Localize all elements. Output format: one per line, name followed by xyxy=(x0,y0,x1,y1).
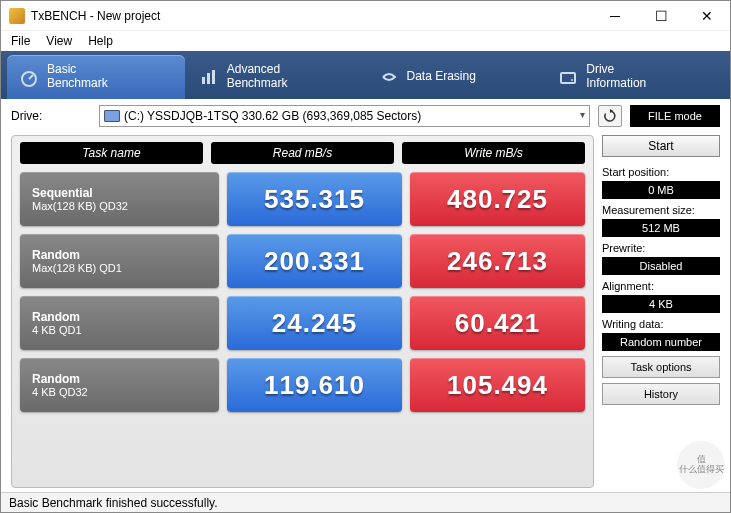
alignment-value[interactable]: 4 KB xyxy=(602,295,720,313)
tab-advanced-benchmark[interactable]: Advanced Benchmark xyxy=(187,55,365,99)
drive-selected-text: (C:) YSSDJQB-1TSQ 330.62 GB (693,369,085… xyxy=(124,109,421,123)
tab-basic-benchmark[interactable]: Basic Benchmark xyxy=(7,55,185,99)
read-value: 119.610 xyxy=(227,358,402,412)
write-value: 246.713 xyxy=(410,234,585,288)
tab-label: Data Erasing xyxy=(407,70,476,84)
task-random-128kb-qd1[interactable]: Random Max(128 KB) QD1 xyxy=(20,234,219,288)
gauge-icon xyxy=(19,67,39,87)
close-button[interactable]: ✕ xyxy=(684,1,730,31)
writing-data-value[interactable]: Random number xyxy=(602,333,720,351)
menu-view[interactable]: View xyxy=(46,34,72,48)
tab-data-erasing[interactable]: Data Erasing xyxy=(367,55,545,99)
drive-label: Drive: xyxy=(11,109,91,123)
chevron-down-icon: ▾ xyxy=(580,109,585,120)
bench-row: Random 4 KB QD32 119.610 105.494 xyxy=(20,358,585,412)
svg-rect-2 xyxy=(202,77,205,84)
menu-help[interactable]: Help xyxy=(88,34,113,48)
header-task: Task name xyxy=(20,142,203,164)
prewrite-value[interactable]: Disabled xyxy=(602,257,720,275)
task-options-button[interactable]: Task options xyxy=(602,356,720,378)
measurement-size-label: Measurement size: xyxy=(602,204,720,216)
start-position-value[interactable]: 0 MB xyxy=(602,181,720,199)
drive-icon xyxy=(558,67,578,87)
start-button[interactable]: Start xyxy=(602,135,720,157)
erase-icon xyxy=(379,67,399,87)
svg-rect-3 xyxy=(207,73,210,84)
window-title: TxBENCH - New project xyxy=(31,9,592,23)
header-write: Write mB/s xyxy=(402,142,585,164)
bench-row: Sequential Max(128 KB) QD32 535.315 480.… xyxy=(20,172,585,226)
menu-file[interactable]: File xyxy=(11,34,30,48)
task-sequential-qd32[interactable]: Sequential Max(128 KB) QD32 xyxy=(20,172,219,226)
tab-drive-information[interactable]: Drive Information xyxy=(546,55,724,99)
svg-point-6 xyxy=(571,79,573,81)
drive-select[interactable]: (C:) YSSDJQB-1TSQ 330.62 GB (693,369,085… xyxy=(99,105,590,127)
prewrite-label: Prewrite: xyxy=(602,242,720,254)
tab-label: Drive Information xyxy=(586,63,646,91)
write-value: 480.725 xyxy=(410,172,585,226)
read-value: 24.245 xyxy=(227,296,402,350)
read-value: 535.315 xyxy=(227,172,402,226)
benchmark-panel: Task name Read mB/s Write mB/s Sequentia… xyxy=(11,135,594,488)
task-random-4kb-qd32[interactable]: Random 4 KB QD32 xyxy=(20,358,219,412)
file-mode-button[interactable]: FILE mode xyxy=(630,105,720,127)
read-value: 200.331 xyxy=(227,234,402,288)
minimize-button[interactable]: ─ xyxy=(592,1,638,31)
svg-rect-4 xyxy=(212,70,215,84)
bench-row: Random 4 KB QD1 24.245 60.421 xyxy=(20,296,585,350)
bars-icon xyxy=(199,67,219,87)
alignment-label: Alignment: xyxy=(602,280,720,292)
app-icon xyxy=(9,8,25,24)
refresh-icon xyxy=(603,109,617,123)
write-value: 105.494 xyxy=(410,358,585,412)
maximize-button[interactable]: ☐ xyxy=(638,1,684,31)
header-read: Read mB/s xyxy=(211,142,394,164)
bench-row: Random Max(128 KB) QD1 200.331 246.713 xyxy=(20,234,585,288)
write-value: 60.421 xyxy=(410,296,585,350)
status-text: Basic Benchmark finished successfully. xyxy=(9,496,218,510)
start-position-label: Start position: xyxy=(602,166,720,178)
task-random-4kb-qd1[interactable]: Random 4 KB QD1 xyxy=(20,296,219,350)
history-button[interactable]: History xyxy=(602,383,720,405)
tab-label: Advanced Benchmark xyxy=(227,63,288,91)
tab-label: Basic Benchmark xyxy=(47,63,108,91)
writing-data-label: Writing data: xyxy=(602,318,720,330)
measurement-size-value[interactable]: 512 MB xyxy=(602,219,720,237)
disk-icon xyxy=(104,110,120,122)
svg-line-1 xyxy=(29,75,33,79)
svg-rect-5 xyxy=(561,73,575,83)
refresh-button[interactable] xyxy=(598,105,622,127)
